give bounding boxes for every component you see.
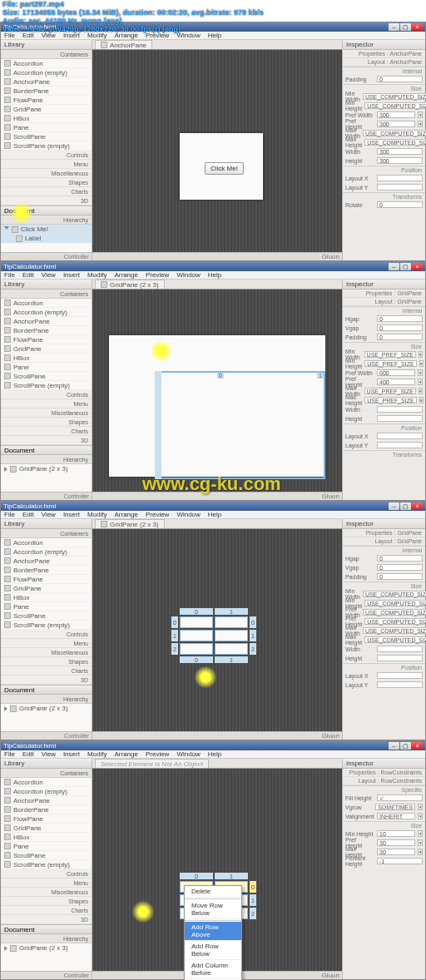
menu-preview[interactable]: Preview — [146, 271, 169, 279]
menu-modify[interactable]: Modify — [87, 511, 107, 518]
menu-view[interactable]: View — [42, 750, 56, 758]
cat-item[interactable]: 3D — [1, 676, 92, 685]
menu-file[interactable]: File — [4, 750, 15, 758]
minwidth-input[interactable]: USE_COMPUTED_SIZE — [363, 93, 426, 100]
grid-cell[interactable] — [215, 643, 248, 655]
cat-item[interactable]: 3D — [1, 436, 92, 445]
dropdown-icon[interactable] — [419, 351, 423, 358]
hierarchy-child-label[interactable]: Label — [1, 234, 92, 243]
padding-input[interactable]: 0 — [377, 334, 423, 340]
dropdown-icon[interactable] — [418, 121, 423, 127]
grid-cell[interactable] — [215, 630, 248, 641]
lib-item[interactable]: Accordion (empty) — [1, 308, 92, 317]
maximize-button[interactable]: ▢ — [400, 502, 411, 510]
controller-footer[interactable]: Controller — [1, 252, 92, 260]
hgap-input[interactable]: 0 — [377, 315, 423, 322]
height-input[interactable] — [377, 655, 423, 661]
grid-row-1[interactable]: 1 — [171, 630, 178, 641]
cat-controls[interactable]: Controls — [1, 151, 92, 160]
containers-section[interactable]: Containers — [1, 529, 92, 538]
lib-item[interactable]: ScrollPane (empty) — [1, 860, 92, 869]
design-canvas[interactable]: 0 1 0 1 2 Delete Move Row Below — [92, 769, 342, 971]
menu-help[interactable]: Help — [208, 511, 221, 518]
prefheight-input[interactable]: 30 — [377, 839, 415, 846]
lib-item[interactable]: ScrollPane — [1, 851, 92, 860]
inspector-header[interactable]: Inspector — [343, 519, 425, 529]
minwidth-input[interactable]: USE_COMPUTED_SIZE — [363, 591, 426, 597]
menu-file[interactable]: File — [4, 511, 15, 518]
grid-row-2[interactable]: 2 — [250, 908, 256, 919]
lib-item[interactable]: HBox — [1, 833, 92, 842]
document-header[interactable]: Document — [1, 445, 92, 455]
valignment-select[interactable]: INHERIT — [377, 813, 415, 819]
cat-item[interactable]: Miscellaneous — [1, 888, 92, 897]
grid-col-1[interactable]: 1 — [215, 608, 248, 615]
menu-window[interactable]: Window — [176, 750, 200, 758]
layout-section[interactable]: Layout : GridPane — [343, 298, 425, 306]
dropdown-icon[interactable] — [418, 839, 423, 846]
lib-item[interactable]: ScrollPane (empty) — [1, 381, 92, 390]
cat-item[interactable]: Charts — [1, 427, 92, 436]
layouty-input[interactable] — [377, 681, 423, 688]
menu-add-col-before[interactable]: Add Column Before — [185, 960, 241, 979]
controller-footer[interactable]: Controller — [1, 971, 92, 979]
cat-item[interactable]: Charts — [1, 906, 92, 915]
grid-row-0[interactable]: 0 — [171, 616, 178, 628]
lib-item[interactable]: GridPane — [1, 824, 92, 833]
maximize-button[interactable]: ▢ — [400, 263, 411, 270]
grid-row-1-r[interactable]: 1 — [250, 630, 256, 641]
dropdown-icon[interactable] — [418, 369, 423, 376]
cat-item[interactable]: Controls — [1, 630, 92, 639]
window-titlebar[interactable]: TipCalculator.fxml –▢× — [1, 262, 425, 271]
layoutx-input[interactable] — [377, 433, 423, 439]
cat-item[interactable]: Controls — [1, 390, 92, 399]
lib-item[interactable]: BorderPane — [1, 805, 92, 814]
minheight-input[interactable]: 10 — [377, 830, 415, 837]
vgap-input[interactable]: 0 — [377, 324, 423, 331]
cat-item[interactable]: Shapes — [1, 897, 92, 906]
grid-col-0-b[interactable]: 0 — [180, 656, 213, 663]
minheight-input[interactable]: USE_COMPUTED_SIZE — [364, 600, 426, 606]
hierarchy-section[interactable]: Hierarchy — [1, 455, 92, 464]
grid-col-1[interactable]: 1 — [215, 873, 248, 879]
menu-view[interactable]: View — [42, 511, 56, 518]
grid-row-0-r[interactable]: 0 — [250, 616, 256, 628]
prefheight-input[interactable]: USE_COMPUTED_SIZE — [364, 618, 426, 625]
menu-insert[interactable]: Insert — [63, 750, 80, 758]
minheight-input[interactable]: USE_COMPUTED_SIZE — [364, 102, 426, 109]
lib-item[interactable]: Accordion — [1, 299, 92, 308]
containers-section[interactable]: Containers — [1, 769, 92, 778]
menu-modify[interactable]: Modify — [87, 750, 107, 758]
lib-item[interactable]: AnchorPane — [1, 557, 92, 566]
prefwidth-input[interactable]: 300 — [377, 111, 415, 118]
menu-preview[interactable]: Preview — [146, 511, 169, 518]
canvas-tab[interactable]: GridPane (2 x 3) — [95, 280, 165, 289]
inspector-header[interactable]: Inspector — [343, 280, 425, 290]
layouty-input[interactable] — [377, 184, 423, 191]
lib-item[interactable]: Pane — [1, 602, 92, 611]
lib-item[interactable]: Accordion — [1, 538, 92, 547]
width-input[interactable]: 300 — [377, 148, 423, 155]
lib-item[interactable]: Accordion (empty) — [1, 787, 92, 796]
dropdown-icon[interactable] — [418, 849, 423, 855]
minheight-input[interactable]: USE_PREF_SIZE — [364, 360, 416, 367]
grid-col-0[interactable]: 0 — [180, 873, 213, 879]
padding-input[interactable]: 0 — [377, 573, 423, 580]
fillheight-checkbox[interactable]: ✓ — [377, 794, 423, 801]
grid-cell[interactable] — [180, 643, 213, 655]
minimize-button[interactable]: – — [389, 263, 399, 270]
menu-move-row-below[interactable]: Move Row Below — [185, 900, 241, 919]
menu-arrange[interactable]: Arrange — [114, 271, 137, 279]
lib-item[interactable]: FlowPane — [1, 335, 92, 344]
lib-item-anchorpane[interactable]: AnchorPane — [1, 77, 92, 87]
lib-item[interactable]: GridPane — [1, 584, 92, 593]
design-canvas[interactable]: 0 1 0 1 2 0 1 2 0 1 — [92, 529, 342, 731]
dropdown-icon[interactable] — [418, 813, 423, 819]
grid-col-0[interactable]: 0 — [180, 608, 213, 615]
dropdown-icon[interactable] — [418, 830, 423, 837]
hierarchy-section[interactable]: Hierarchy — [1, 215, 92, 225]
maxheight-input[interactable]: USE_COMPUTED_SIZE — [364, 139, 426, 146]
menu-window[interactable]: Window — [176, 271, 200, 279]
close-button[interactable]: × — [412, 263, 423, 270]
dropdown-icon[interactable] — [418, 804, 423, 810]
